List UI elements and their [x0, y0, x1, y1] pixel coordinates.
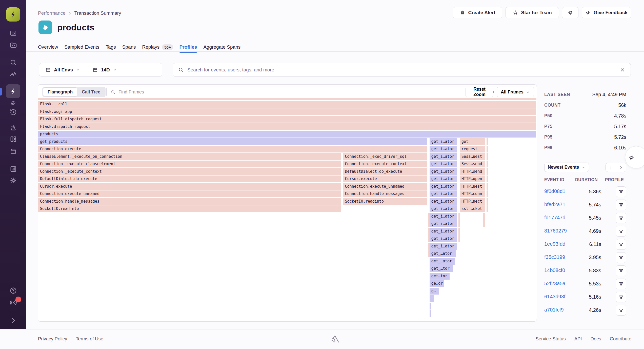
flame-frame[interactable]: get_i…ator: [430, 198, 458, 205]
flame-frame[interactable]: HTTP…open: [460, 176, 486, 182]
footer-link-contribute[interactable]: Contribute: [610, 336, 631, 342]
flame-frame[interactable]: get_i…ator: [430, 235, 458, 242]
sidebar-item-issues[interactable]: [6, 26, 20, 40]
flamegraph-canvas[interactable]: Flask.__call__Flask.wsgi_appFlask.full_d…: [38, 98, 536, 322]
view-profile-button[interactable]: [616, 200, 626, 210]
event-id-link[interactable]: a701fcf9: [544, 307, 564, 313]
flame-frame[interactable]: get_products: [38, 138, 428, 145]
floating-feedback-button[interactable]: [625, 146, 644, 168]
view-profile-button[interactable]: [616, 292, 626, 302]
sidebar-item-explore[interactable]: [6, 55, 20, 69]
flame-row-partial[interactable]: [38, 98, 536, 100]
flame-frame[interactable]: SocketIO.readinto: [38, 205, 342, 212]
flame-frame[interactable]: HTTP…conn: [460, 190, 486, 197]
flame-frame[interactable]: Connection.handle_messages: [38, 198, 342, 205]
flame-frame-sliver[interactable]: [458, 213, 461, 220]
flame-frame[interactable]: DefaultDialect.do_execute: [343, 168, 428, 175]
flame-frame-sliver[interactable]: [458, 228, 461, 235]
footer-link-privacy-policy[interactable]: Privacy Policy: [38, 336, 67, 342]
footer-link-docs[interactable]: Docs: [590, 336, 601, 342]
find-frames-input[interactable]: [118, 89, 486, 95]
event-id-link[interactable]: 81769279: [544, 228, 567, 234]
flame-frame[interactable]: Connection._execute_clauseelement: [38, 161, 342, 167]
flame-frame-sliver[interactable]: [483, 213, 485, 220]
give-feedback-button[interactable]: Give Feedback: [582, 7, 631, 18]
tab-tags[interactable]: Tags: [106, 43, 116, 52]
flame-frame[interactable]: Flask.dispatch_request: [38, 123, 536, 130]
event-id-link[interactable]: f35c3199: [544, 254, 565, 260]
flame-frame[interactable]: get_…tor: [430, 265, 453, 272]
flame-frame[interactable]: g…: [430, 288, 439, 295]
flame-frame-sliver[interactable]: [487, 190, 489, 197]
call-tree-toggle[interactable]: Call Tree: [77, 89, 105, 95]
flame-frame[interactable]: HTTP…nect: [460, 198, 486, 205]
app-logo[interactable]: [6, 7, 20, 22]
sidebar-item-settings[interactable]: [6, 173, 20, 187]
sidebar-item-releases[interactable]: [6, 144, 20, 158]
flame-frame[interactable]: Connection.execute_unnamed: [38, 190, 342, 197]
flame-frame[interactable]: Connection.execute_unnamed: [343, 183, 428, 190]
flame-frame[interactable]: HTTP…send: [460, 168, 486, 175]
flame-frame[interactable]: get_i…ator: [430, 205, 458, 212]
flame-frame[interactable]: Flask.__call__: [38, 101, 536, 108]
flame-frame[interactable]: Connection.execute: [38, 146, 428, 152]
flame-frame[interactable]: get_i…ator: [430, 183, 458, 190]
flame-frame-sliver[interactable]: [487, 176, 489, 182]
flame-frame[interactable]: ClauseElement._execute_on_connection: [38, 153, 342, 160]
flame-frame[interactable]: get_…ator: [430, 258, 455, 265]
footer-link-terms-of-use[interactable]: Terms of Use: [76, 336, 103, 342]
flame-frame[interactable]: get_i…ator: [430, 213, 458, 220]
flame-frame[interactable]: Connection.handle_messages: [343, 190, 428, 197]
event-id-link[interactable]: bfed2a71: [544, 202, 565, 207]
flame-frame-sliver[interactable]: [458, 220, 461, 227]
flame-frame-sliver[interactable]: [430, 295, 434, 302]
flame-frame[interactable]: get: [460, 138, 486, 145]
create-alert-button[interactable]: Create Alert: [453, 7, 502, 18]
flame-frame[interactable]: get_i…ator: [430, 168, 458, 175]
flame-frame[interactable]: get_i…ator: [430, 243, 458, 250]
flame-frame[interactable]: Connection._exec_driver_sql: [343, 153, 428, 160]
event-id-link[interactable]: fd17747d: [544, 215, 565, 221]
sidebar-item-collapse[interactable]: [6, 314, 20, 327]
flame-frame-sliver[interactable]: [458, 235, 461, 242]
flame-frame[interactable]: Cursor.execute: [38, 183, 342, 190]
flame-frame-sliver[interactable]: [483, 220, 485, 227]
all-frames-dropdown[interactable]: All Frames: [497, 87, 534, 97]
view-profile-button[interactable]: [616, 213, 626, 223]
flame-frame[interactable]: Connection._execute_context: [343, 161, 428, 167]
sidebar-item-help[interactable]: [6, 284, 20, 297]
flame-frame[interactable]: get_i…ator: [430, 161, 458, 167]
settings-button[interactable]: [562, 7, 578, 18]
tab-aggregate-spans[interactable]: Aggregate Spans: [203, 43, 240, 52]
flame-frame[interactable]: Sess…send: [460, 161, 486, 167]
view-profile-button[interactable]: [616, 265, 626, 276]
event-id-link[interactable]: 14b08cf0: [544, 267, 565, 273]
tab-overview[interactable]: Overview: [38, 43, 58, 52]
flame-frame-sliver[interactable]: [487, 205, 489, 212]
flame-frame[interactable]: get_i…ator: [430, 138, 458, 145]
clear-search-icon[interactable]: [619, 67, 626, 73]
breadcrumb-performance[interactable]: Performance: [38, 10, 66, 16]
flame-frame-sliver[interactable]: [487, 168, 489, 175]
tab-spans[interactable]: Spans: [122, 43, 136, 52]
search-input[interactable]: [187, 67, 616, 73]
flame-frame[interactable]: get_i…ator: [430, 190, 458, 197]
flame-frame[interactable]: request: [460, 146, 486, 152]
event-id-link[interactable]: 52f23a5a: [544, 281, 565, 286]
flame-frame[interactable]: get_i…ator: [430, 220, 458, 227]
view-profile-button[interactable]: [616, 252, 626, 263]
flame-frame-sliver[interactable]: [487, 198, 489, 205]
flame-frame[interactable]: Flask.wsgi_app: [38, 108, 536, 115]
events-sort-dropdown[interactable]: Newest Events: [544, 163, 589, 172]
flame-frame[interactable]: Sess…uest: [460, 153, 486, 160]
date-range-filter[interactable]: 14D: [86, 63, 123, 76]
footer-link-service-status[interactable]: Service Status: [535, 336, 566, 342]
flame-frame[interactable]: get_…ator: [430, 250, 456, 257]
flame-frame-sliver[interactable]: [487, 183, 489, 190]
flame-frame[interactable]: get_i…ator: [430, 146, 458, 152]
view-profile-button[interactable]: [616, 186, 626, 197]
flame-frame[interactable]: products: [38, 131, 536, 138]
flamegraph-toggle[interactable]: Flamegraph: [43, 87, 77, 96]
sidebar-item-dashboards[interactable]: [6, 132, 20, 146]
tab-profiles[interactable]: Profiles: [179, 43, 197, 52]
